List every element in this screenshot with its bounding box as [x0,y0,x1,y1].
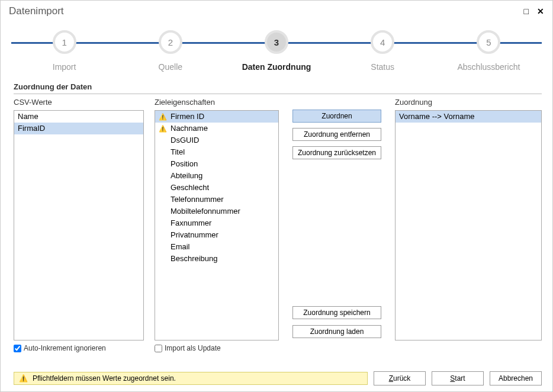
step-5: 5Abschlussbericht [436,25,542,72]
step-label: Quelle [159,62,182,72]
step-number: 3 [265,30,288,54]
auto-increment-checkbox[interactable]: Auto-Inkrement ignorieren [14,344,155,352]
list-item[interactable]: Telefonnummer [155,194,278,205]
list-item[interactable]: Beschreibung [155,253,278,265]
list-item-label: Beschreibung [171,253,218,264]
close-icon[interactable]: ✕ [537,7,544,16]
list-item[interactable]: Position [155,158,278,170]
step-3: 3Daten Zuordnung [223,25,329,72]
step-2: 2Quelle [117,25,223,72]
list-item[interactable]: ⚠️Firmen ID [155,111,278,123]
list-item-label: Email [171,242,190,252]
list-item[interactable]: DsGUID [155,134,278,146]
list-item[interactable]: Mobiltelefonnummer [155,205,278,217]
list-item[interactable]: Faxnummer [155,217,278,229]
list-item[interactable]: Titel [155,146,278,158]
step-label: Import [53,62,76,72]
list-item-label: Nachname [171,123,208,134]
list-item-label: Abteilung [171,171,202,181]
load-mapping-button[interactable]: Zuordnung laden [292,325,381,338]
reset-mapping-button[interactable]: Zuordnung zurücksetzen [292,146,381,159]
list-item-label: Mobiltelefonnummer [171,206,240,217]
list-item-label: Name [18,111,38,122]
section-header: Zuordnung der Daten [14,82,542,94]
maximize-icon[interactable]: □ [524,7,529,16]
zuord-header: Zuordnung [395,98,542,107]
step-number: 1 [53,30,76,54]
cancel-button[interactable]: Abbrechen [490,371,542,385]
list-item-label: DsGUID [171,135,199,146]
step-number: 2 [159,30,182,54]
step-4: 4Status [330,25,436,72]
list-item[interactable]: Geschlecht [155,182,278,194]
csv-header: CSV-Werte [14,98,144,107]
import-as-update-label: Import als Update [165,344,221,352]
zuord-listbox[interactable]: Vorname --> Vorname [395,110,542,340]
list-item[interactable]: Name [14,111,143,123]
back-button[interactable]: Zurück [374,371,426,385]
save-mapping-button[interactable]: Zuordnung speichern [292,306,381,319]
list-item-label: FirmaID [18,123,45,134]
list-item-label: Faxnummer [171,218,211,229]
titlebar: Datenimport □ ✕ [1,1,552,20]
list-item-label: Titel [171,147,185,158]
warning-message-bar: ⚠️ Pflichtfeldern müssen Werte zugeordne… [14,372,368,385]
list-item[interactable]: Email [155,241,278,253]
auto-increment-label: Auto-Inkrement ignorieren [24,344,106,352]
list-item-label: Geschlecht [171,182,209,193]
step-label: Status [371,62,394,72]
csv-listbox[interactable]: NameFirmaID [14,110,144,340]
wizard-stepper: 1Import2Quelle3Daten Zuordnung4Status5Ab… [11,25,542,79]
step-1: 1Import [11,25,117,72]
assign-button[interactable]: Zuordnen [292,110,381,123]
list-item-label: Position [171,159,198,169]
warning-icon: ⚠️ [159,111,167,122]
warning-text: Pflichtfeldern müssen Werte zugeordnet s… [33,374,176,383]
list-item-label: Privatnummer [171,230,218,240]
auto-increment-input[interactable] [14,345,21,352]
step-label: Daten Zuordnung [242,62,311,72]
step-number: 4 [371,30,394,54]
list-item[interactable]: ⚠️Nachname [155,123,278,134]
list-item[interactable]: Vorname --> Vorname [396,111,541,123]
ziel-header: Zieleigenschaften [155,98,279,107]
list-item[interactable]: Abteilung [155,170,278,182]
start-button[interactable]: Start [432,371,484,385]
step-label: Abschlussbericht [457,62,520,72]
ziel-listbox[interactable]: ⚠️Firmen ID⚠️NachnameDsGUIDTitelPosition… [155,110,279,340]
list-item-label: Telefonnummer [171,194,224,205]
list-item-label: Firmen ID [171,111,204,122]
import-as-update-checkbox[interactable]: Import als Update [155,344,290,352]
warning-icon: ⚠️ [19,374,28,383]
list-item[interactable]: Privatnummer [155,229,278,241]
warning-icon: ⚠️ [159,123,167,134]
list-item-label: Vorname --> Vorname [399,111,475,122]
step-number: 5 [477,30,500,54]
window-title: Datenimport [9,5,64,17]
import-as-update-input[interactable] [155,345,162,352]
remove-mapping-button[interactable]: Zuordnung entfernen [292,128,381,141]
list-item[interactable]: FirmaID [14,123,143,134]
